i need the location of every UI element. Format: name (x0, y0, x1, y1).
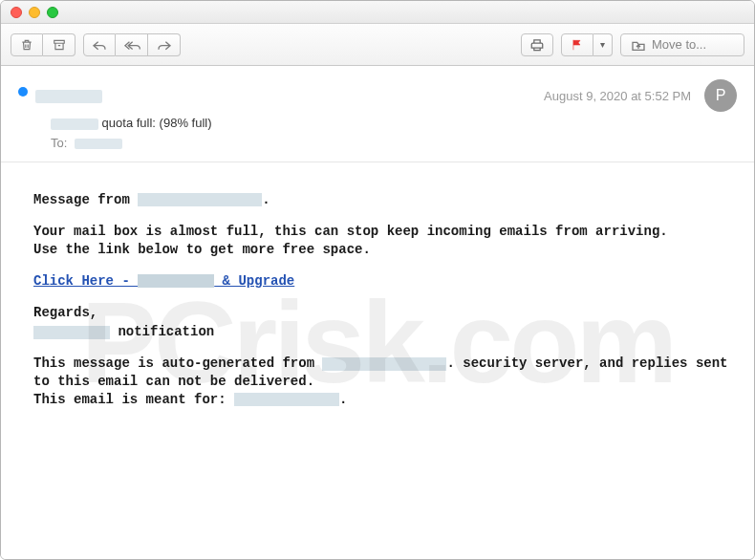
flag-dropdown-button[interactable]: ▾ (593, 33, 613, 56)
forward-icon (157, 39, 172, 51)
message-body: PCrisk.com Message from . Your mail box … (1, 162, 754, 559)
flag-icon (571, 38, 584, 52)
reply-all-button[interactable] (116, 33, 148, 56)
to-row: To: (51, 136, 737, 150)
to-recipient (75, 139, 122, 149)
sender-name (35, 88, 102, 103)
maximize-window-button[interactable] (47, 7, 58, 18)
body-line-1: Message from . (33, 191, 737, 209)
upgrade-link[interactable]: Click Here - & Upgrade (33, 273, 294, 289)
move-icon (631, 38, 646, 52)
titlebar (1, 1, 754, 24)
move-to-label: Move to... (652, 37, 706, 52)
reply-all-icon (123, 39, 140, 51)
message-header: August 9, 2020 at 5:52 PM P quota full: … (1, 66, 754, 162)
delete-group (11, 33, 76, 56)
reply-button[interactable] (83, 33, 116, 56)
forward-button[interactable] (148, 33, 181, 56)
move-to-button[interactable]: Move to... (620, 33, 744, 56)
archive-icon (53, 38, 66, 52)
chevron-down-icon: ▾ (600, 39, 605, 50)
body-line-2: Your mail box is almost full, this can s… (33, 223, 737, 259)
flag-group: ▾ (561, 33, 613, 56)
minimize-window-button[interactable] (29, 7, 40, 18)
delete-button[interactable] (11, 33, 43, 56)
body-link-line: Click Here - & Upgrade (33, 272, 737, 291)
body-footer: This message is auto-generated from . se… (33, 355, 737, 409)
subject-line: quota full: (98% full) (51, 116, 737, 130)
reply-icon (92, 39, 107, 51)
body-regards: Regards, (33, 304, 737, 322)
to-label: To: (51, 136, 67, 150)
mail-window: ▾ Move to... August 9, 2020 at 5:52 PM P… (0, 0, 755, 560)
subject-text: quota full: (98% full) (98, 116, 212, 130)
archive-button[interactable] (43, 33, 76, 56)
watermark: PCrisk.com (1, 162, 754, 540)
avatar: P (704, 79, 737, 112)
print-button[interactable] (521, 33, 553, 56)
close-window-button[interactable] (11, 7, 22, 18)
unread-dot-icon (18, 87, 28, 97)
trash-icon (20, 38, 33, 52)
message-date: August 9, 2020 at 5:52 PM (544, 89, 691, 103)
toolbar: ▾ Move to... (1, 24, 754, 66)
body-notification: notification (33, 323, 737, 341)
reply-group (83, 33, 181, 56)
print-icon (529, 38, 545, 52)
from-row: August 9, 2020 at 5:52 PM P (18, 79, 737, 112)
flag-button[interactable] (561, 33, 593, 56)
